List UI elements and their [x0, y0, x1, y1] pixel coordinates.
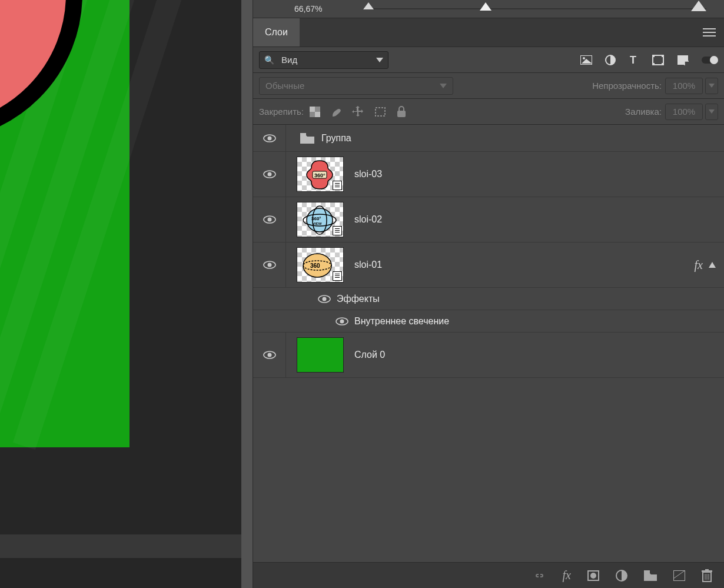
- svg-point-31: [267, 172, 271, 177]
- layer-row[interactable]: Слой 0: [253, 333, 724, 378]
- navigator-zoom-strip: 66,67%: [253, 0, 724, 18]
- effect-item-row[interactable]: Внутреннее свечение: [253, 310, 724, 333]
- smart-object-badge: [333, 226, 342, 235]
- svg-point-35: [267, 218, 271, 222]
- zoom-thumb-icon[interactable]: [480, 2, 491, 12]
- zoom-slider[interactable]: [363, 0, 706, 18]
- layer-name[interactable]: sloi-01: [354, 260, 382, 270]
- svg-marker-46: [709, 262, 716, 268]
- fx-badge[interactable]: fx: [695, 258, 703, 272]
- svg-marker-0: [363, 2, 374, 9]
- chevron-down-icon: [440, 84, 447, 88]
- svg-text:360°: 360°: [314, 172, 326, 178]
- panel-menu-button[interactable]: [695, 18, 724, 46]
- eye-icon[interactable]: [318, 294, 331, 304]
- new-layer-icon[interactable]: [673, 570, 685, 581]
- search-icon: 🔍: [264, 55, 274, 65]
- fill-input[interactable]: 100%: [665, 104, 703, 120]
- layer-name[interactable]: Группа: [321, 133, 351, 144]
- filter-pixel-icon[interactable]: [580, 55, 592, 65]
- add-mask-icon[interactable]: [587, 570, 599, 581]
- lock-transparent-icon[interactable]: [310, 107, 320, 117]
- visibility-toggle[interactable]: [253, 152, 286, 197]
- hamburger-icon: [703, 28, 716, 36]
- svg-marker-6: [582, 59, 592, 64]
- smart-object-badge: [333, 271, 342, 281]
- svg-rect-21: [310, 107, 315, 112]
- svg-marker-1: [480, 2, 491, 11]
- svg-marker-25: [709, 109, 715, 114]
- blend-mode-label: Обычные: [265, 81, 304, 91]
- layer-thumbnail[interactable]: 360°: [297, 157, 344, 192]
- svg-rect-29: [300, 133, 306, 135]
- expand-toggle[interactable]: [286, 135, 297, 141]
- eye-icon: [263, 134, 276, 143]
- fx-expand-toggle[interactable]: [709, 262, 716, 268]
- svg-point-54: [590, 573, 596, 579]
- svg-rect-24: [397, 111, 406, 117]
- layer-name[interactable]: Слой 0: [354, 350, 385, 360]
- svg-marker-19: [709, 84, 715, 88]
- link-layers-icon[interactable]: [533, 572, 546, 580]
- svg-point-27: [267, 136, 271, 140]
- fill-stepper[interactable]: [705, 104, 718, 120]
- add-adjustment-icon[interactable]: [616, 570, 627, 582]
- layer-name[interactable]: sloi-03: [354, 169, 382, 180]
- filter-smart-icon[interactable]: [677, 55, 689, 65]
- visibility-toggle[interactable]: [253, 242, 286, 287]
- opacity-stepper[interactable]: [705, 78, 718, 94]
- blend-mode-select[interactable]: Обычные: [259, 77, 453, 95]
- delete-layer-icon[interactable]: [702, 569, 712, 582]
- smart-object-badge: [333, 181, 342, 190]
- effect-name: Внутреннее свечение: [354, 316, 449, 327]
- zoom-value[interactable]: 66,67%: [294, 4, 322, 14]
- filter-type-icon[interactable]: T: [629, 55, 639, 65]
- layer-thumbnail[interactable]: 360: [297, 247, 344, 283]
- layer-row[interactable]: 360° sloi-03: [253, 152, 724, 197]
- layer-row[interactable]: 360°VIEW sloi-02: [253, 197, 724, 242]
- lock-move-icon[interactable]: [352, 106, 364, 118]
- canvas-area[interactable]: [0, 0, 241, 588]
- zoom-in-icon[interactable]: [691, 1, 706, 12]
- panel-drag-handle[interactable]: [241, 0, 253, 588]
- chevron-down-icon: [376, 58, 383, 62]
- effects-heading-row[interactable]: Эффекты: [253, 288, 724, 310]
- document-status-bar: [0, 534, 241, 558]
- svg-point-50: [340, 319, 344, 323]
- layer-list[interactable]: Группа 360° sloi-03: [253, 125, 724, 562]
- add-style-icon[interactable]: fx: [563, 569, 571, 582]
- filter-adjustment-icon[interactable]: [605, 55, 616, 65]
- svg-point-42: [267, 263, 271, 267]
- layer-filter-label: Вид: [281, 55, 297, 65]
- svg-point-52: [267, 353, 271, 357]
- chevron-down-icon: [709, 109, 715, 114]
- svg-point-17: [710, 56, 718, 64]
- filter-toggle-switch[interactable]: [702, 55, 718, 65]
- layer-thumbnail[interactable]: 360°VIEW: [297, 202, 344, 237]
- filter-shape-icon[interactable]: [652, 55, 664, 65]
- new-group-icon[interactable]: [644, 570, 657, 581]
- visibility-toggle[interactable]: [253, 197, 286, 242]
- layer-group-row[interactable]: Группа: [253, 125, 724, 152]
- opacity-input[interactable]: 100%: [665, 78, 703, 94]
- lock-artboard-icon[interactable]: [374, 107, 386, 117]
- tab-layers[interactable]: Слои: [253, 18, 300, 46]
- lock-brush-icon[interactable]: [331, 106, 341, 118]
- svg-text:360°: 360°: [311, 216, 321, 221]
- svg-rect-12: [652, 63, 655, 65]
- svg-text:VIEW: VIEW: [313, 222, 322, 225]
- zoom-out-icon[interactable]: [363, 2, 374, 11]
- lock-all-icon[interactable]: [397, 106, 406, 118]
- layer-row[interactable]: 360 sloi-01 fx: [253, 242, 724, 288]
- svg-text:T: T: [630, 55, 636, 65]
- layer-thumbnail[interactable]: [297, 337, 344, 373]
- artboard: [0, 0, 129, 447]
- eye-icon: [263, 260, 276, 270]
- layer-filter-select[interactable]: 🔍Вид: [259, 51, 388, 69]
- eye-icon[interactable]: [336, 317, 348, 326]
- svg-rect-15: [685, 61, 689, 65]
- layer-name[interactable]: sloi-02: [354, 214, 382, 225]
- svg-rect-22: [315, 112, 320, 117]
- visibility-toggle[interactable]: [253, 333, 286, 377]
- visibility-toggle[interactable]: [253, 125, 286, 151]
